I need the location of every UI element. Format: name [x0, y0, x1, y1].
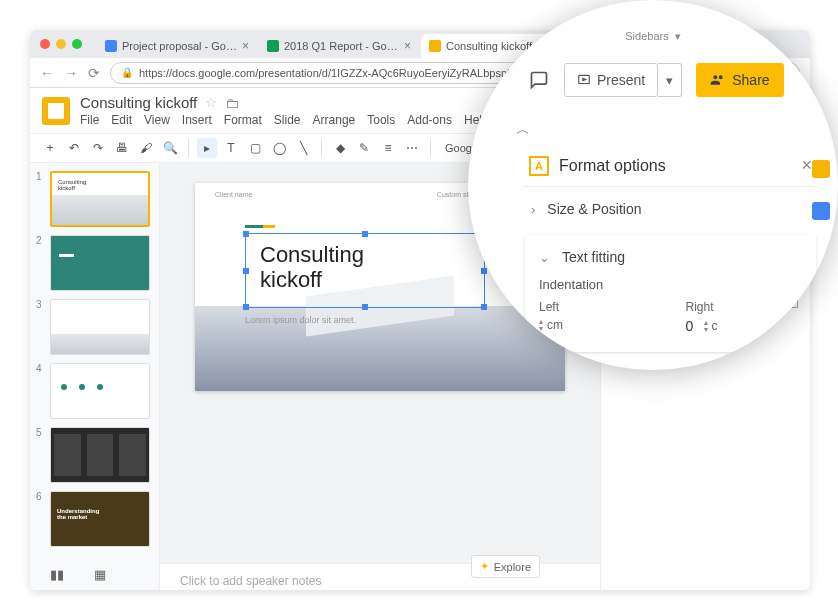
chevron-right-icon: ›: [531, 202, 535, 217]
lock-icon: 🔒: [121, 67, 133, 78]
resize-handle[interactable]: [243, 231, 249, 237]
explore-label: Explore: [494, 561, 531, 573]
chevron-down-icon: ▾: [675, 30, 681, 43]
resize-handle[interactable]: [362, 304, 368, 310]
slide-header-left: Client name: [215, 191, 252, 198]
comments-icon[interactable]: [528, 69, 550, 91]
format-options-icon: A: [529, 156, 549, 176]
addon-icon[interactable]: [812, 160, 830, 178]
image-tool[interactable]: ▢: [245, 138, 265, 158]
slide-thumb-3[interactable]: [50, 299, 150, 355]
filmstrip-view-icon[interactable]: ▮▮: [50, 567, 64, 582]
label: Text fitting: [562, 249, 625, 265]
close-window-icon[interactable]: [40, 39, 50, 49]
menu-insert[interactable]: Insert: [182, 113, 212, 127]
menu-view[interactable]: View: [144, 113, 170, 127]
menu-tools[interactable]: Tools: [367, 113, 395, 127]
fill-color-button[interactable]: ◆: [330, 138, 350, 158]
filmstrip[interactable]: 1 Consulting kickoff 2 3 4 5 6 Understan…: [30, 163, 160, 590]
share-button[interactable]: Share: [696, 63, 783, 97]
thumb-number: 3: [36, 299, 46, 355]
separator: [430, 139, 431, 157]
slide-subtitle[interactable]: Lorem ipsum dolor sit amet.: [245, 315, 356, 325]
text-fitting-header[interactable]: ⌄ Text fitting: [539, 247, 802, 267]
present-label: Present: [597, 72, 645, 88]
menu-edit[interactable]: Edit: [111, 113, 132, 127]
border-dash-button[interactable]: ⋯: [402, 138, 422, 158]
slides-logo-icon[interactable]: [42, 97, 70, 125]
slide-thumb-6[interactable]: Understanding the market: [50, 491, 150, 547]
undo-button[interactable]: ↶: [64, 138, 84, 158]
slide-thumb-2[interactable]: [50, 235, 150, 291]
close-icon[interactable]: ×: [801, 155, 812, 176]
slide-thumb-5[interactable]: [50, 427, 150, 483]
docs-icon: [105, 40, 117, 52]
menu-format[interactable]: Format: [224, 113, 262, 127]
indentation-label: Indentation: [539, 277, 802, 292]
title-textbox[interactable]: Consulting kickoff: [245, 233, 485, 308]
menu-addons[interactable]: Add-ons: [407, 113, 452, 127]
back-icon[interactable]: ←: [40, 65, 54, 81]
slide-thumb-1[interactable]: Consulting kickoff: [50, 171, 150, 227]
stepper-icon[interactable]: ▴▾: [704, 319, 708, 333]
stepper-icon[interactable]: ▴▾: [539, 318, 543, 332]
unit: c: [712, 319, 718, 333]
chevron-down-icon: ⌄: [539, 250, 550, 265]
addon-sidebar: [812, 160, 830, 220]
close-tab-icon[interactable]: ×: [404, 39, 411, 53]
document-title[interactable]: Consulting kickoff: [80, 94, 197, 111]
menu-file[interactable]: File: [80, 113, 99, 127]
browser-tab-docs[interactable]: Project proposal - Google Doc… ×: [97, 34, 257, 58]
line-tool[interactable]: ╲: [293, 138, 313, 158]
thumb-title: Understanding the market: [57, 508, 99, 520]
minimize-window-icon[interactable]: [56, 39, 66, 49]
textbox-tool[interactable]: T: [221, 138, 241, 158]
thumb-number: 2: [36, 235, 46, 291]
border-weight-button[interactable]: ≡: [378, 138, 398, 158]
collapse-icon[interactable]: ︿: [508, 121, 538, 139]
select-tool[interactable]: ▸: [197, 138, 217, 158]
close-tab-icon[interactable]: ×: [242, 39, 249, 53]
print-button[interactable]: 🖶: [112, 138, 132, 158]
magnified-view: Sidebars ▾ Present ▾ Share ︿ A F: [468, 0, 838, 370]
present-button[interactable]: Present: [564, 63, 658, 97]
zoom-button[interactable]: 🔍: [160, 138, 180, 158]
redo-button[interactable]: ↷: [88, 138, 108, 158]
slide-title-text[interactable]: Consulting kickoff: [246, 234, 484, 301]
addon-icon[interactable]: [812, 202, 830, 220]
resize-handle[interactable]: [481, 268, 487, 274]
new-slide-button[interactable]: +: [40, 138, 60, 158]
present-dropdown[interactable]: ▾: [658, 63, 682, 97]
format-options-title: Format options: [559, 157, 791, 175]
star-icon[interactable]: ☆: [205, 95, 217, 110]
tab-label: 2018 Q1 Report - Google She…: [284, 40, 399, 52]
format-options-panel: A Format options × › Size & Position ⌄ T…: [523, 145, 818, 352]
view-switcher: ▮▮ ▦: [50, 567, 106, 582]
menu-slide[interactable]: Slide: [274, 113, 301, 127]
size-position-section[interactable]: › Size & Position: [523, 187, 818, 231]
thumb-number: 6: [36, 491, 46, 547]
border-color-button[interactable]: ✎: [354, 138, 374, 158]
resize-handle[interactable]: [362, 231, 368, 237]
resize-handle[interactable]: [243, 268, 249, 274]
left-label: Left: [539, 300, 656, 314]
slides-icon: [429, 40, 441, 52]
menu-arrange[interactable]: Arrange: [313, 113, 356, 127]
thumb-title: Consulting kickoff: [58, 179, 86, 191]
maximize-window-icon[interactable]: [72, 39, 82, 49]
thumb-number: 4: [36, 363, 46, 419]
resize-handle[interactable]: [481, 304, 487, 310]
paint-format-button[interactable]: 🖌: [136, 138, 156, 158]
resize-handle[interactable]: [243, 304, 249, 310]
explore-button[interactable]: ✦ Explore: [471, 555, 540, 578]
folder-icon[interactable]: 🗀: [225, 95, 239, 111]
forward-icon[interactable]: →: [64, 65, 78, 81]
browser-tab-sheets[interactable]: 2018 Q1 Report - Google She… ×: [259, 34, 419, 58]
grid-view-icon[interactable]: ▦: [94, 567, 106, 582]
reload-icon[interactable]: ⟳: [88, 65, 100, 81]
indent-right-value[interactable]: 0: [686, 318, 700, 334]
window-controls: [40, 39, 82, 49]
shape-tool[interactable]: ◯: [269, 138, 289, 158]
slide-thumb-4[interactable]: [50, 363, 150, 419]
right-label: Right: [686, 300, 803, 314]
